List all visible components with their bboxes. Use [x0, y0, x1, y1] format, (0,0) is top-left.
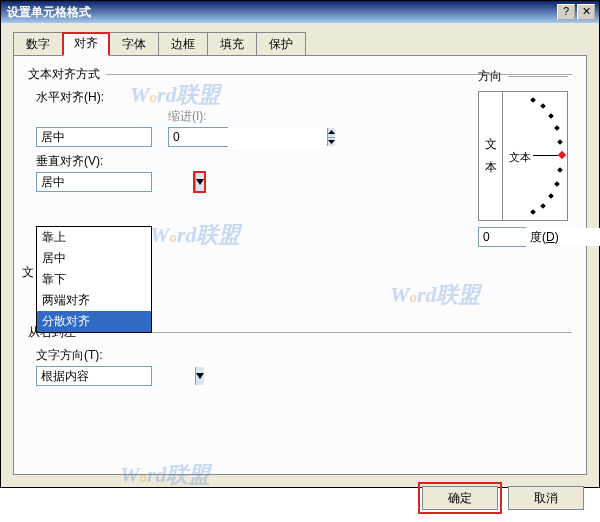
horizontal-align-combo[interactable]: [36, 127, 152, 147]
text-direction-input[interactable]: [37, 367, 195, 385]
cancel-button[interactable]: 取消: [508, 486, 584, 510]
text-direction-combo[interactable]: [36, 366, 152, 386]
titlebar: 设置单元格格式 ? ✕: [1, 1, 599, 23]
indent-label: 缩进(I):: [168, 108, 228, 125]
vertical-align-input[interactable]: [37, 173, 195, 191]
window-title: 设置单元格格式: [5, 4, 555, 21]
close-button[interactable]: ✕: [577, 4, 595, 20]
arc-text-label: 文本: [509, 150, 531, 165]
option-top[interactable]: 靠上: [37, 227, 151, 248]
indent-input[interactable]: [169, 128, 327, 146]
option-distributed[interactable]: 分散对齐: [37, 311, 151, 332]
text-direction-label: 文字方向(T):: [36, 347, 572, 364]
text-alignment-label: 文本对齐方式: [28, 66, 100, 83]
orientation-line: [533, 155, 558, 156]
vertical-align-dropdown: 靠上 居中 靠下 两端对齐 分散对齐: [36, 226, 152, 333]
option-center[interactable]: 居中: [37, 248, 151, 269]
dialog-body: 数字 对齐 字体 边框 填充 保护 文本对齐方式 水平对齐(H): 缩进(I):: [1, 23, 599, 487]
tab-number[interactable]: 数字: [13, 32, 63, 56]
option-justify[interactable]: 两端对齐: [37, 290, 151, 311]
tab-fill[interactable]: 填充: [207, 32, 257, 56]
chevron-down-icon[interactable]: [195, 173, 204, 191]
divider: [508, 76, 568, 77]
indent-up-icon[interactable]: [328, 128, 335, 138]
orientation-preview[interactable]: 文 本 文本: [478, 91, 568, 221]
vertical-text-button[interactable]: 文 本: [479, 92, 503, 220]
indent-down-icon[interactable]: [328, 138, 335, 147]
option-bottom[interactable]: 靠下: [37, 269, 151, 290]
degree-label: 度(D): [530, 229, 559, 246]
ok-button[interactable]: 确定: [422, 486, 498, 510]
divider: [82, 332, 572, 333]
format-cells-dialog: 设置单元格格式 ? ✕ 数字 对齐 字体 边框 填充 保护 文本对齐方式 水平对…: [0, 0, 600, 488]
help-button[interactable]: ?: [557, 4, 575, 20]
tab-bar: 数字 对齐 字体 边框 填充 保护: [13, 32, 587, 56]
orientation-group: 方向 文 本: [478, 68, 568, 247]
tab-alignment[interactable]: 对齐: [62, 32, 110, 56]
vertical-align-combo[interactable]: [36, 172, 152, 192]
chevron-down-icon[interactable]: [195, 367, 204, 385]
tab-border[interactable]: 边框: [158, 32, 208, 56]
indent-spinner[interactable]: [168, 127, 228, 147]
orientation-arc[interactable]: 文本: [503, 92, 567, 220]
button-row: 确定 取消: [422, 486, 584, 510]
truncated-label: 文: [22, 264, 34, 281]
alignment-panel: 文本对齐方式 水平对齐(H): 缩进(I):: [13, 55, 587, 475]
tab-font[interactable]: 字体: [109, 32, 159, 56]
orientation-label: 方向: [478, 68, 502, 85]
tab-protection[interactable]: 保护: [256, 32, 306, 56]
degree-spinner[interactable]: [478, 227, 526, 247]
